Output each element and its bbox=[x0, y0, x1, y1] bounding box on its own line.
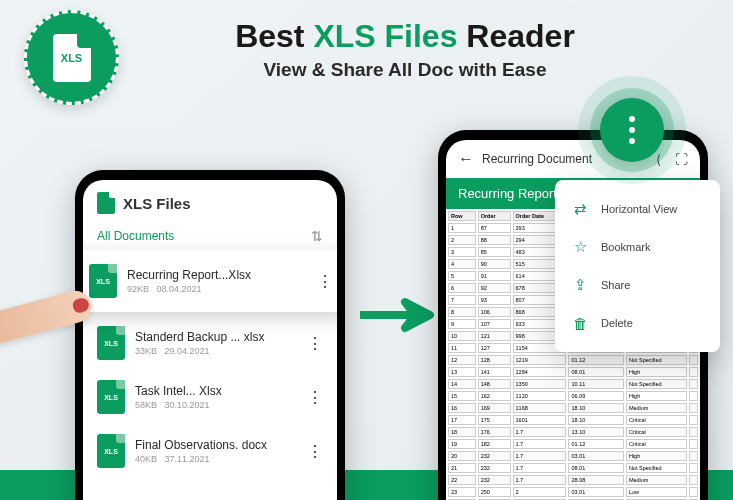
cell: 2 bbox=[448, 235, 476, 245]
table-row[interactable]: 23250203.01Low bbox=[448, 487, 698, 497]
file-item[interactable]: XLS Final Observations. docx 40KB 37.11.… bbox=[83, 424, 337, 478]
table-row[interactable]: 14148135010.11Not Specified bbox=[448, 379, 698, 389]
back-icon[interactable]: ← bbox=[458, 150, 474, 168]
cell: High bbox=[626, 391, 687, 401]
cell: 17 bbox=[448, 415, 476, 425]
menu-label: Bookmark bbox=[601, 241, 651, 253]
bookmark-icon: ☆ bbox=[571, 238, 589, 256]
cell: 1601 bbox=[513, 415, 567, 425]
cell: 2 bbox=[513, 487, 567, 497]
title-subtitle: View & Share All Doc with Ease bbox=[190, 59, 620, 81]
file-name: Task Intel... Xlsx bbox=[135, 384, 297, 398]
cell bbox=[689, 403, 698, 413]
column-header: Row bbox=[448, 211, 476, 221]
cell: 03.01 bbox=[568, 487, 623, 497]
cell bbox=[689, 439, 698, 449]
filter-dropdown[interactable]: All Documents bbox=[97, 229, 174, 243]
cell: 1284 bbox=[513, 367, 567, 377]
cell: Medium bbox=[626, 475, 687, 485]
cell: 6 bbox=[448, 283, 476, 293]
file-name: Standerd Backup ... xlsx bbox=[135, 330, 297, 344]
cell bbox=[689, 427, 698, 437]
cell: 175 bbox=[478, 415, 511, 425]
xls-badge: XLS bbox=[24, 10, 119, 105]
cell: 18 bbox=[448, 427, 476, 437]
cell: 16 bbox=[448, 403, 476, 413]
fullscreen-icon[interactable]: ⛶ bbox=[675, 152, 688, 167]
app-title: XLS Files bbox=[123, 195, 191, 212]
cell: 127 bbox=[478, 343, 511, 353]
more-icon[interactable]: ⋮ bbox=[307, 334, 323, 353]
file-meta: 33KB 29.04.2021 bbox=[135, 346, 297, 356]
cell: 10.11 bbox=[568, 379, 623, 389]
file-info: Standerd Backup ... xlsx 33KB 29.04.2021 bbox=[135, 330, 297, 356]
menu-horizontal-view[interactable]: ⇄ Horizontal View bbox=[555, 190, 720, 228]
cell: 10 bbox=[448, 331, 476, 341]
cell: 18.10 bbox=[568, 415, 623, 425]
cell: 11 bbox=[448, 343, 476, 353]
table-row[interactable]: 16169116818.10Medium bbox=[448, 403, 698, 413]
cell bbox=[689, 475, 698, 485]
menu-delete[interactable]: 🗑 Delete bbox=[555, 304, 720, 342]
nail bbox=[71, 297, 90, 315]
sort-icon[interactable]: ⇅ bbox=[311, 228, 323, 244]
cell bbox=[689, 451, 698, 461]
cell: 1.7 bbox=[513, 439, 567, 449]
table-row[interactable]: 222321.728.08Medium bbox=[448, 475, 698, 485]
cell: 176 bbox=[478, 427, 511, 437]
menu-share[interactable]: ⇪ Share bbox=[555, 266, 720, 304]
fab-menu-button[interactable] bbox=[600, 98, 664, 162]
cell: 1.7 bbox=[513, 475, 567, 485]
cell: 28.08 bbox=[568, 475, 623, 485]
cell: 23 bbox=[448, 487, 476, 497]
xls-app-icon bbox=[97, 192, 115, 214]
cell: 8 bbox=[448, 307, 476, 317]
cell: 91 bbox=[478, 271, 511, 281]
cell: 22 bbox=[448, 475, 476, 485]
cell: Critical bbox=[626, 427, 687, 437]
cell: 21 bbox=[448, 463, 476, 473]
cell: 106 bbox=[478, 307, 511, 317]
cell: Not Specified bbox=[626, 355, 687, 365]
context-menu: ⇄ Horizontal View ☆ Bookmark ⇪ Share 🗑 D… bbox=[555, 180, 720, 352]
cell: 13 bbox=[448, 367, 476, 377]
table-row[interactable]: 15162112006.09High bbox=[448, 391, 698, 401]
cell: 121 bbox=[478, 331, 511, 341]
file-item[interactable]: XLS Standerd Backup ... xlsx 33KB 29.04.… bbox=[83, 316, 337, 370]
trash-icon: 🗑 bbox=[571, 314, 589, 332]
cell: 148 bbox=[478, 379, 511, 389]
table-row[interactable]: 191821.701.12Critical bbox=[448, 439, 698, 449]
menu-label: Delete bbox=[601, 317, 633, 329]
doc-header: ← Recurring Document ⟨ ⛶ bbox=[446, 140, 700, 178]
cell: High bbox=[626, 451, 687, 461]
column-header: Order bbox=[478, 211, 511, 221]
menu-label: Horizontal View bbox=[601, 203, 677, 215]
table-row[interactable]: 13141128408.01High bbox=[448, 367, 698, 377]
cell: 13.10 bbox=[568, 427, 623, 437]
cell: 03.01 bbox=[568, 451, 623, 461]
filter-row: All Documents ⇅ bbox=[83, 222, 337, 250]
cell bbox=[689, 379, 698, 389]
title-heading: Best XLS Files Reader bbox=[190, 18, 620, 55]
cell: Not Specified bbox=[626, 379, 687, 389]
more-icon[interactable]: ⋮ bbox=[317, 272, 333, 291]
file-item[interactable]: XLS Task Intel... Xlsx 58KB 30.10.2021 ⋮ bbox=[83, 370, 337, 424]
file-item[interactable]: XLS Recurring Report...Xlsx 92KB 08.04.2… bbox=[83, 250, 337, 312]
cell bbox=[689, 487, 698, 497]
table-row[interactable]: 181761.713.10Critical bbox=[448, 427, 698, 437]
table-row[interactable]: 12128121901.12Not Specified bbox=[448, 355, 698, 365]
cell: 87 bbox=[478, 223, 511, 233]
cell: 7 bbox=[448, 295, 476, 305]
cell: Medium bbox=[626, 403, 687, 413]
cell bbox=[689, 391, 698, 401]
table-row[interactable]: 17175160118.10Critical bbox=[448, 415, 698, 425]
share-icon[interactable]: ⟨ bbox=[656, 152, 661, 167]
cell: High bbox=[626, 367, 687, 377]
more-icon[interactable]: ⋮ bbox=[307, 442, 323, 461]
cell: 1350 bbox=[513, 379, 567, 389]
table-row[interactable]: 202321.703.01High bbox=[448, 451, 698, 461]
menu-bookmark[interactable]: ☆ Bookmark bbox=[555, 228, 720, 266]
more-icon[interactable]: ⋮ bbox=[307, 388, 323, 407]
table-row[interactable]: 212321.708.01Not Specified bbox=[448, 463, 698, 473]
cell: 12 bbox=[448, 355, 476, 365]
